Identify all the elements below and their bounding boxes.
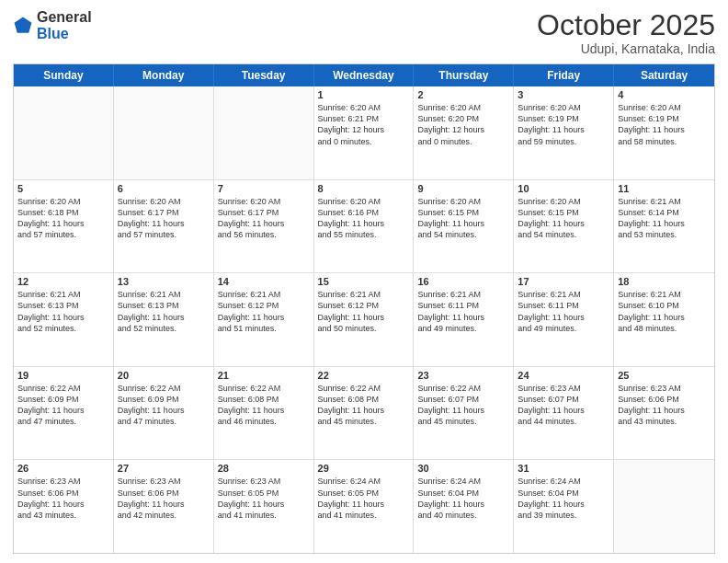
calendar-row-2: 12Sunrise: 6:21 AM Sunset: 6:13 PM Dayli… [14, 273, 714, 367]
day-number: 27 [118, 463, 210, 474]
day-number: 13 [118, 276, 210, 287]
day-cell-9: 9Sunrise: 6:20 AM Sunset: 6:15 PM Daylig… [414, 180, 514, 273]
logo-text: General Blue [37, 9, 92, 41]
day-cell-6: 6Sunrise: 6:20 AM Sunset: 6:17 PM Daylig… [114, 180, 214, 273]
title-block: October 2025 Udupi, Karnataka, India [537, 9, 715, 56]
day-details: Sunrise: 6:24 AM Sunset: 6:04 PM Dayligh… [417, 476, 509, 521]
day-details: Sunrise: 6:21 AM Sunset: 6:11 PM Dayligh… [417, 289, 509, 334]
day-cell-17: 17Sunrise: 6:21 AM Sunset: 6:11 PM Dayli… [514, 273, 614, 366]
day-cell-7: 7Sunrise: 6:20 AM Sunset: 6:17 PM Daylig… [214, 180, 314, 273]
empty-cell [114, 86, 214, 179]
day-number: 17 [518, 276, 609, 287]
day-number: 22 [318, 370, 410, 381]
calendar-row-1: 5Sunrise: 6:20 AM Sunset: 6:18 PM Daylig… [14, 180, 714, 274]
day-cell-29: 29Sunrise: 6:24 AM Sunset: 6:05 PM Dayli… [314, 460, 415, 553]
day-number: 10 [518, 183, 609, 194]
day-details: Sunrise: 6:20 AM Sunset: 6:15 PM Dayligh… [417, 196, 509, 241]
day-number: 7 [218, 183, 310, 194]
svg-marker-0 [15, 17, 32, 32]
day-details: Sunrise: 6:20 AM Sunset: 6:17 PM Dayligh… [118, 196, 210, 241]
day-cell-11: 11Sunrise: 6:21 AM Sunset: 6:14 PM Dayli… [614, 180, 714, 273]
header-day-sunday: Sunday [14, 64, 114, 86]
day-details: Sunrise: 6:21 AM Sunset: 6:10 PM Dayligh… [618, 289, 711, 334]
day-details: Sunrise: 6:23 AM Sunset: 6:06 PM Dayligh… [17, 476, 109, 521]
page: General Blue October 2025 Udupi, Karnata… [0, 0, 728, 563]
day-details: Sunrise: 6:22 AM Sunset: 6:07 PM Dayligh… [417, 383, 509, 428]
day-cell-21: 21Sunrise: 6:22 AM Sunset: 6:08 PM Dayli… [214, 367, 314, 460]
day-details: Sunrise: 6:21 AM Sunset: 6:13 PM Dayligh… [118, 289, 210, 334]
day-number: 28 [218, 463, 310, 474]
header-day-wednesday: Wednesday [314, 64, 415, 86]
header-day-friday: Friday [514, 64, 614, 86]
day-number: 9 [417, 183, 509, 194]
day-number: 1 [318, 89, 410, 100]
day-details: Sunrise: 6:24 AM Sunset: 6:04 PM Dayligh… [518, 476, 609, 521]
day-details: Sunrise: 6:21 AM Sunset: 6:13 PM Dayligh… [17, 289, 109, 334]
day-details: Sunrise: 6:22 AM Sunset: 6:08 PM Dayligh… [218, 383, 310, 428]
day-cell-8: 8Sunrise: 6:20 AM Sunset: 6:16 PM Daylig… [314, 180, 415, 273]
day-details: Sunrise: 6:20 AM Sunset: 6:15 PM Dayligh… [518, 196, 609, 241]
day-details: Sunrise: 6:23 AM Sunset: 6:07 PM Dayligh… [518, 383, 609, 428]
calendar-row-4: 26Sunrise: 6:23 AM Sunset: 6:06 PM Dayli… [14, 460, 714, 553]
day-number: 20 [118, 370, 210, 381]
logo-general: General [37, 9, 92, 25]
day-number: 18 [618, 276, 711, 287]
day-cell-31: 31Sunrise: 6:24 AM Sunset: 6:04 PM Dayli… [514, 460, 614, 553]
day-number: 29 [318, 463, 410, 474]
calendar-header: SundayMondayTuesdayWednesdayThursdayFrid… [14, 64, 714, 86]
day-cell-19: 19Sunrise: 6:22 AM Sunset: 6:09 PM Dayli… [14, 367, 114, 460]
day-details: Sunrise: 6:20 AM Sunset: 6:17 PM Dayligh… [218, 196, 310, 241]
day-details: Sunrise: 6:22 AM Sunset: 6:09 PM Dayligh… [17, 383, 109, 428]
day-number: 6 [118, 183, 210, 194]
empty-cell [214, 86, 314, 179]
day-cell-15: 15Sunrise: 6:21 AM Sunset: 6:12 PM Dayli… [314, 273, 415, 366]
day-cell-28: 28Sunrise: 6:23 AM Sunset: 6:05 PM Dayli… [214, 460, 314, 553]
calendar-row-0: 1Sunrise: 6:20 AM Sunset: 6:21 PM Daylig… [14, 86, 714, 180]
header-day-saturday: Saturday [614, 64, 714, 86]
day-cell-4: 4Sunrise: 6:20 AM Sunset: 6:19 PM Daylig… [614, 86, 714, 179]
day-details: Sunrise: 6:20 AM Sunset: 6:18 PM Dayligh… [17, 196, 109, 241]
day-details: Sunrise: 6:20 AM Sunset: 6:16 PM Dayligh… [318, 196, 410, 241]
day-number: 19 [17, 370, 109, 381]
header: General Blue October 2025 Udupi, Karnata… [13, 9, 715, 56]
day-details: Sunrise: 6:24 AM Sunset: 6:05 PM Dayligh… [318, 476, 410, 521]
day-number: 15 [318, 276, 410, 287]
day-details: Sunrise: 6:20 AM Sunset: 6:19 PM Dayligh… [518, 102, 609, 147]
day-cell-1: 1Sunrise: 6:20 AM Sunset: 6:21 PM Daylig… [314, 86, 415, 179]
day-details: Sunrise: 6:23 AM Sunset: 6:06 PM Dayligh… [618, 383, 711, 428]
day-number: 5 [17, 183, 109, 194]
day-cell-16: 16Sunrise: 6:21 AM Sunset: 6:11 PM Dayli… [414, 273, 514, 366]
logo: General Blue [13, 9, 92, 41]
day-number: 8 [318, 183, 410, 194]
calendar: SundayMondayTuesdayWednesdayThursdayFrid… [13, 63, 715, 554]
day-details: Sunrise: 6:20 AM Sunset: 6:21 PM Dayligh… [318, 102, 410, 147]
day-details: Sunrise: 6:22 AM Sunset: 6:08 PM Dayligh… [318, 383, 410, 428]
calendar-row-3: 19Sunrise: 6:22 AM Sunset: 6:09 PM Dayli… [14, 367, 714, 461]
day-details: Sunrise: 6:21 AM Sunset: 6:14 PM Dayligh… [618, 196, 711, 241]
day-details: Sunrise: 6:21 AM Sunset: 6:12 PM Dayligh… [318, 289, 410, 334]
day-cell-3: 3Sunrise: 6:20 AM Sunset: 6:19 PM Daylig… [514, 86, 614, 179]
day-number: 11 [618, 183, 711, 194]
day-number: 30 [417, 463, 509, 474]
day-cell-22: 22Sunrise: 6:22 AM Sunset: 6:08 PM Dayli… [314, 367, 415, 460]
logo-blue: Blue [37, 26, 69, 41]
day-cell-27: 27Sunrise: 6:23 AM Sunset: 6:06 PM Dayli… [114, 460, 214, 553]
day-cell-2: 2Sunrise: 6:20 AM Sunset: 6:20 PM Daylig… [414, 86, 514, 179]
day-number: 21 [218, 370, 310, 381]
day-number: 3 [518, 89, 609, 100]
day-details: Sunrise: 6:23 AM Sunset: 6:06 PM Dayligh… [118, 476, 210, 521]
month-title: October 2025 [537, 9, 715, 41]
header-day-tuesday: Tuesday [214, 64, 314, 86]
empty-cell [14, 86, 114, 179]
day-number: 24 [518, 370, 609, 381]
calendar-body: 1Sunrise: 6:20 AM Sunset: 6:21 PM Daylig… [14, 86, 714, 553]
day-cell-12: 12Sunrise: 6:21 AM Sunset: 6:13 PM Dayli… [14, 273, 114, 366]
day-number: 26 [17, 463, 109, 474]
day-details: Sunrise: 6:20 AM Sunset: 6:20 PM Dayligh… [417, 102, 509, 147]
day-details: Sunrise: 6:20 AM Sunset: 6:19 PM Dayligh… [618, 102, 711, 147]
day-cell-18: 18Sunrise: 6:21 AM Sunset: 6:10 PM Dayli… [614, 273, 714, 366]
day-number: 25 [618, 370, 711, 381]
day-cell-5: 5Sunrise: 6:20 AM Sunset: 6:18 PM Daylig… [14, 180, 114, 273]
day-cell-20: 20Sunrise: 6:22 AM Sunset: 6:09 PM Dayli… [114, 367, 214, 460]
day-number: 12 [17, 276, 109, 287]
